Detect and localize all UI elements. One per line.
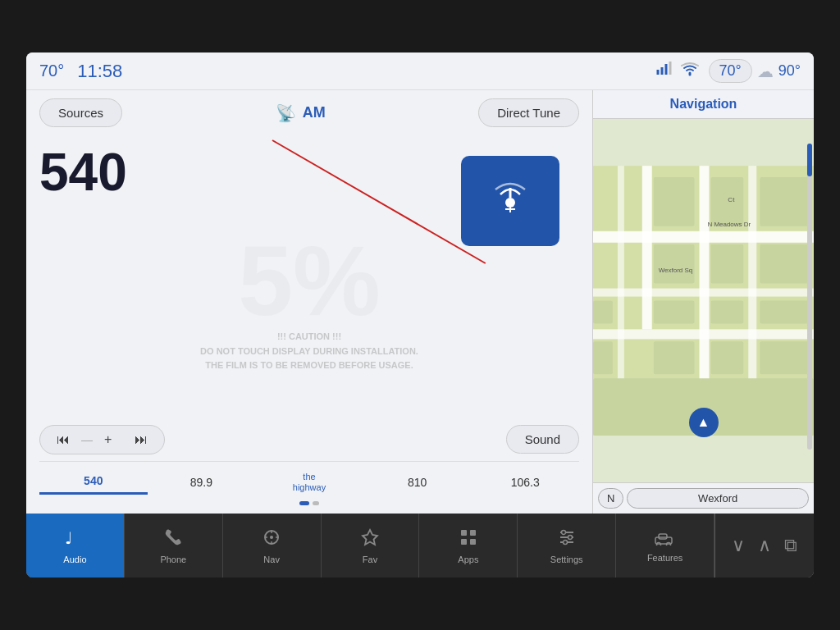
sound-button[interactable]: Sound [506, 425, 579, 454]
svg-rect-16 [654, 244, 695, 284]
nav-item-fav[interactable]: Fav [322, 514, 420, 578]
wifi-icon [681, 62, 699, 80]
svg-rect-15 [654, 177, 695, 226]
progress-dots [39, 501, 579, 505]
down-chevron-button[interactable]: ∨ [732, 535, 745, 556]
audio-icon: ♩ [65, 527, 84, 552]
clock: 11:58 [77, 61, 122, 82]
preset-899[interactable]: 89.9 [148, 471, 256, 494]
svg-rect-27 [710, 341, 743, 374]
main-screen: 70° 11:58 [26, 52, 814, 578]
up-chevron-button[interactable]: ∧ [758, 535, 771, 556]
nav-item-settings[interactable]: Settings [518, 514, 616, 578]
svg-rect-11 [593, 289, 814, 297]
broadcast-icon: 📡 [276, 103, 296, 123]
preset-540[interactable]: 540 [39, 469, 148, 495]
status-left: 70° 11:58 [39, 61, 122, 82]
preset-1063[interactable]: 106.3 [471, 471, 579, 494]
apps-icon [459, 527, 478, 552]
phone-label: Phone [160, 555, 186, 564]
svg-rect-20 [760, 244, 809, 284]
svg-rect-9 [642, 166, 652, 329]
svg-rect-25 [593, 341, 613, 374]
preset-810[interactable]: 810 [363, 471, 472, 494]
preset-highway[interactable]: thehighway [255, 467, 363, 498]
nav-icon [262, 527, 281, 552]
nav-item-features[interactable]: Features [616, 514, 714, 578]
nav-panel: Navigation [592, 90, 814, 514]
status-right: 70° ☁ 90° [656, 59, 801, 83]
svg-rect-23 [710, 301, 743, 324]
svg-text:N Meadows Dr: N Meadows Dr [707, 221, 751, 228]
svg-rect-22 [654, 301, 695, 324]
location-button[interactable]: Wexford [627, 488, 809, 509]
signal-icons [656, 62, 699, 80]
signal-icon [656, 62, 674, 80]
scrollbar-thumb [807, 144, 812, 176]
svg-marker-36 [363, 530, 377, 545]
bottom-nav: ♩ Audio Phone Nav [26, 514, 814, 578]
svg-rect-39 [461, 539, 467, 545]
direct-tune-button[interactable]: Direct Tune [478, 98, 579, 127]
fav-icon [360, 527, 380, 552]
svg-rect-24 [760, 301, 809, 324]
nav-arrow: ▲ [689, 408, 719, 437]
svg-rect-26 [654, 341, 695, 374]
prev-button[interactable]: ⏮ [52, 431, 75, 449]
svg-point-46 [563, 540, 567, 544]
svg-point-45 [568, 535, 572, 539]
svg-rect-48 [659, 534, 667, 539]
svg-rect-18 [710, 244, 743, 284]
svg-text:Wexford Sq: Wexford Sq [659, 267, 693, 274]
nav-item-phone[interactable]: Phone [125, 514, 223, 578]
temp-right: 70° [709, 59, 752, 83]
fav-label: Fav [363, 555, 377, 564]
grid-button[interactable]: ⧉ [784, 535, 797, 556]
controls-row: ⏮ — + ⏭ Sound [39, 425, 579, 454]
features-icon [654, 529, 677, 550]
audio-label: Audio [63, 555, 86, 564]
compass-button[interactable]: N [598, 488, 623, 509]
am-label: 📡 AM [276, 103, 326, 123]
nav-scrollbar[interactable] [807, 144, 812, 450]
svg-rect-28 [760, 341, 809, 374]
playback-controls: ⏮ — + ⏭ [39, 425, 165, 454]
frequency-display: 540 [39, 142, 579, 203]
phone-icon [163, 527, 183, 552]
settings-icon [557, 527, 577, 552]
watermark-number: 5% [200, 231, 418, 330]
hard-buttons: ∨ ∧ ⧉ [714, 514, 814, 578]
preset-row: 540 89.9 thehighway 810 106.3 [39, 461, 579, 498]
svg-point-35 [270, 536, 273, 539]
caution-overlay: 5% !!! CAUTION !!! DO NOT TOUCH DISPLAY … [200, 231, 418, 373]
dot-2 [313, 501, 319, 505]
temp-hot: 90° [778, 62, 801, 80]
sources-button[interactable]: Sources [39, 98, 122, 127]
svg-rect-12 [593, 329, 814, 339]
svg-rect-19 [760, 177, 809, 226]
settings-label: Settings [550, 555, 583, 564]
svg-point-44 [561, 530, 565, 534]
dot-1 [299, 501, 309, 505]
svg-text:♩: ♩ [65, 529, 72, 547]
map-area[interactable]: N Meadows Dr Ct Wexford Sq ▲ [593, 119, 814, 482]
svg-rect-21 [593, 301, 613, 324]
main-content: 5% !!! CAUTION !!! DO NOT TOUCH DISPLAY … [26, 90, 814, 514]
next-button[interactable]: ⏭ [130, 431, 153, 449]
nav-title: Navigation [593, 90, 814, 119]
svg-text:Ct: Ct [728, 196, 735, 203]
audio-panel: 5% !!! CAUTION !!! DO NOT TOUCH DISPLAY … [26, 90, 592, 514]
nav-item-apps[interactable]: Apps [419, 514, 518, 578]
nav-item-nav[interactable]: Nav [223, 514, 322, 578]
cloud-icon: ☁ [757, 62, 774, 81]
minus-button[interactable]: + [99, 431, 116, 449]
svg-rect-38 [470, 530, 476, 536]
nav-label: Nav [263, 555, 280, 564]
nav-item-audio[interactable]: ♩ Audio [26, 514, 125, 578]
top-row: Sources 📡 AM Direct Tune [39, 98, 579, 127]
svg-rect-40 [470, 539, 476, 545]
status-bar: 70° 11:58 [26, 52, 814, 90]
apps-label: Apps [458, 555, 478, 564]
nav-bottom: N Wexford [593, 482, 814, 514]
caution-text: !!! CAUTION !!! DO NOT TOUCH DISPLAY DUR… [200, 330, 418, 373]
